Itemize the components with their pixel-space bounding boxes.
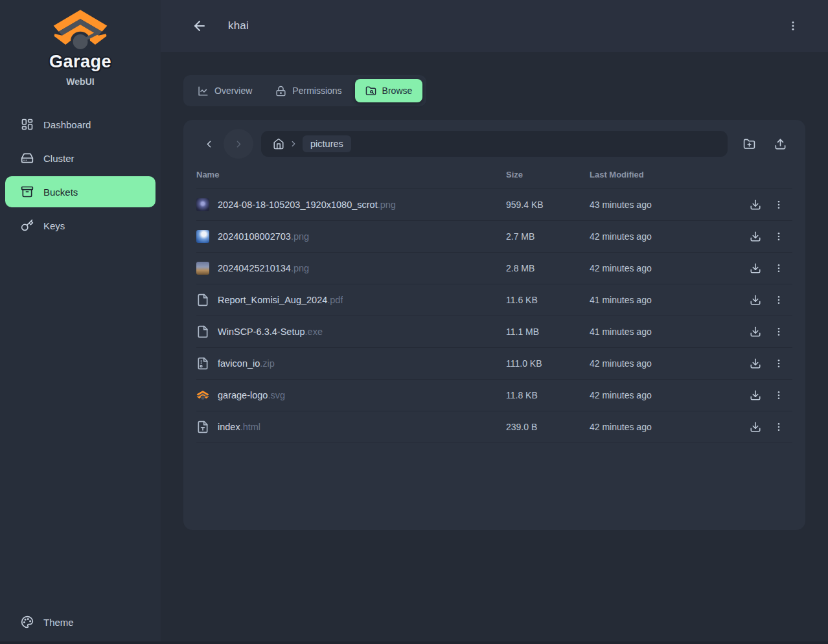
keys-icon <box>21 219 34 232</box>
image-thumbnail <box>196 230 209 243</box>
file-link[interactable]: Report_Komisi_Aug_2024.pdf <box>196 293 506 306</box>
file-link[interactable]: index.html <box>196 420 506 433</box>
row-menu-button[interactable] <box>769 354 788 373</box>
row-menu-button[interactable] <box>769 417 788 437</box>
download-button[interactable] <box>746 227 765 246</box>
theme-label: Theme <box>43 617 74 628</box>
chevron-right-icon <box>233 139 244 150</box>
chevron-right-icon <box>289 139 298 148</box>
file-link[interactable]: 20240108002703.png <box>196 230 506 243</box>
file-extension: .html <box>240 422 260 432</box>
file-size: 2.7 MB <box>506 231 590 242</box>
file-modified: 42 minutes ago <box>590 390 742 400</box>
sidebar-item-label: Cluster <box>43 153 75 164</box>
lock-icon <box>275 86 286 97</box>
file-name: favicon_io.zip <box>218 358 275 369</box>
app-title: Garage <box>49 52 111 72</box>
download-icon <box>750 262 761 274</box>
table-row: favicon_io.zip 111.0 KB 42 minutes ago <box>196 348 792 380</box>
download-button[interactable] <box>746 290 765 310</box>
column-header-size: Size <box>506 170 590 179</box>
palette-icon <box>21 615 34 628</box>
file-size: 959.4 KB <box>506 200 590 210</box>
download-icon <box>750 326 761 338</box>
download-button[interactable] <box>746 417 765 437</box>
file-link[interactable]: 20240425210134.png <box>196 262 506 275</box>
file-size: 11.8 KB <box>506 390 590 400</box>
file-archive-icon <box>196 357 209 370</box>
file-icon <box>196 325 209 338</box>
content: Overview Permissions Browse <box>161 52 828 530</box>
bucket-title: khai <box>228 19 249 32</box>
dashboard-icon <box>21 118 34 131</box>
table-row: Report_Komisi_Aug_2024.pdf 11.6 KB 41 mi… <box>196 284 792 316</box>
sidebar-item-label: Buckets <box>43 187 78 198</box>
nav-back-button[interactable] <box>196 132 221 156</box>
file-name: WinSCP-6.3.4-Setup.exe <box>218 327 323 337</box>
row-menu-button[interactable] <box>769 195 788 214</box>
file-name: 20240425210134.png <box>218 263 309 273</box>
nav-forward-button[interactable] <box>224 129 253 159</box>
file-modified: 42 minutes ago <box>590 422 742 432</box>
file-modified: 41 minutes ago <box>590 327 742 337</box>
file-name: index.html <box>218 422 260 432</box>
row-menu-button[interactable] <box>769 227 788 246</box>
object-browser-card: pictures <box>183 120 805 530</box>
tab-browse[interactable]: Browse <box>355 79 423 102</box>
main-area: khai Overview Permissions <box>161 0 828 644</box>
kebab-menu-icon <box>774 390 784 400</box>
topbar: khai <box>161 0 828 52</box>
download-icon <box>750 199 761 211</box>
file-link[interactable]: 2024-08-18-105203_1920x1080_scrot.png <box>196 198 506 211</box>
breadcrumb-toolbar: pictures <box>196 128 792 159</box>
file-size: 2.8 MB <box>506 263 590 273</box>
garage-webui-app: Garage WebUI Dashboard Cluster <box>0 0 828 644</box>
file-icon <box>196 293 209 306</box>
file-extension: .pdf <box>327 295 343 305</box>
download-icon <box>750 421 761 433</box>
tab-permissions[interactable]: Permissions <box>265 79 352 102</box>
sidebar-item-buckets[interactable]: Buckets <box>5 176 155 207</box>
image-thumbnail <box>196 262 209 275</box>
tab-overview[interactable]: Overview <box>187 79 262 102</box>
sidebar-item-keys[interactable]: Keys <box>5 210 155 241</box>
download-button[interactable] <box>746 322 765 341</box>
new-folder-button[interactable] <box>737 132 761 156</box>
kebab-menu-icon <box>774 263 784 273</box>
kebab-menu-icon <box>774 358 784 369</box>
row-menu-button[interactable] <box>769 259 788 278</box>
table-row: WinSCP-6.3.4-Setup.exe 11.1 MB 41 minute… <box>196 316 792 348</box>
sidebar-item-cluster[interactable]: Cluster <box>5 143 155 174</box>
download-button[interactable] <box>746 195 765 214</box>
app-subtitle: WebUI <box>66 76 94 87</box>
file-link[interactable]: garage-logo.svg <box>196 389 506 402</box>
upload-button[interactable] <box>768 132 792 156</box>
arrow-left-icon <box>192 18 207 34</box>
download-icon <box>750 294 761 306</box>
download-button[interactable] <box>746 385 765 405</box>
file-link[interactable]: WinSCP-6.3.4-Setup.exe <box>196 325 506 338</box>
cluster-icon <box>21 152 34 165</box>
sidebar-item-label: Keys <box>43 220 65 231</box>
bucket-menu-button[interactable] <box>784 17 802 35</box>
file-link[interactable]: favicon_io.zip <box>196 357 506 370</box>
row-menu-button[interactable] <box>769 322 788 341</box>
image-thumbnail <box>196 198 209 211</box>
kebab-menu-icon <box>774 295 784 305</box>
file-name: 2024-08-18-105203_1920x1080_scrot.png <box>218 200 396 210</box>
back-button[interactable] <box>192 17 210 35</box>
download-icon <box>750 389 761 401</box>
theme-toggle[interactable]: Theme <box>5 606 155 638</box>
folder-search-icon <box>365 86 376 97</box>
row-menu-button[interactable] <box>769 290 788 310</box>
line-chart-icon <box>198 86 209 97</box>
breadcrumb-folder[interactable]: pictures <box>303 135 351 152</box>
sidebar-item-dashboard[interactable]: Dashboard <box>5 109 155 140</box>
home-icon[interactable] <box>273 138 284 150</box>
download-button[interactable] <box>746 354 765 373</box>
download-button[interactable] <box>746 259 765 278</box>
table-row: 20240425210134.png 2.8 MB 42 minutes ago <box>196 253 792 284</box>
kebab-menu-icon <box>774 327 784 337</box>
column-header-modified: Last Modified <box>590 170 742 179</box>
row-menu-button[interactable] <box>769 385 788 405</box>
